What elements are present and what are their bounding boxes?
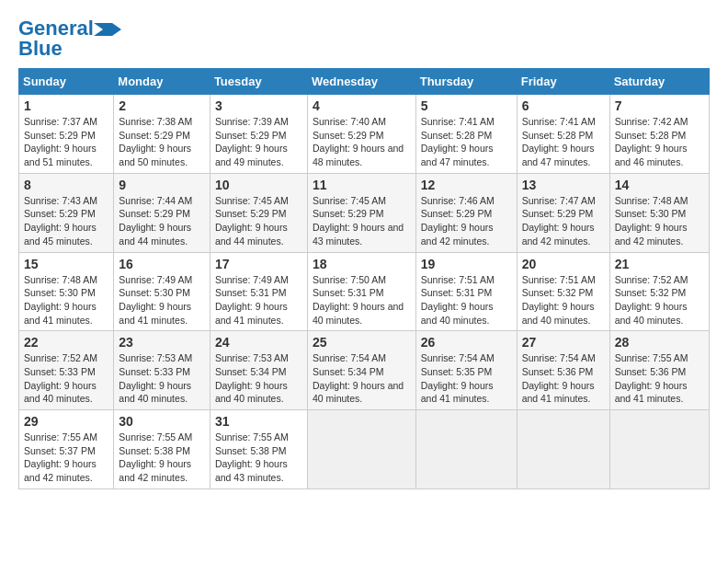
day-number: 30 bbox=[119, 414, 205, 429]
day-number: 16 bbox=[119, 257, 205, 271]
day-number: 6 bbox=[522, 98, 605, 113]
day-number: 13 bbox=[522, 178, 605, 192]
calendar-body: 1 Sunrise: 7:37 AMSunset: 5:29 PMDayligh… bbox=[19, 95, 710, 489]
calendar-day-cell: 12 Sunrise: 7:46 AMSunset: 5:29 PMDaylig… bbox=[415, 173, 517, 252]
calendar-day-cell: 19 Sunrise: 7:51 AMSunset: 5:31 PMDaylig… bbox=[415, 252, 517, 331]
day-number: 17 bbox=[215, 257, 302, 271]
day-info: Sunrise: 7:55 AMSunset: 5:36 PMDaylight:… bbox=[615, 352, 688, 404]
calendar-day-cell: 17 Sunrise: 7:49 AMSunset: 5:31 PMDaylig… bbox=[210, 252, 307, 331]
calendar-day-cell: 15 Sunrise: 7:48 AMSunset: 5:30 PMDaylig… bbox=[19, 252, 114, 331]
day-info: Sunrise: 7:53 AMSunset: 5:33 PMDaylight:… bbox=[119, 352, 192, 404]
weekday-header: Friday bbox=[517, 69, 609, 95]
day-number: 19 bbox=[421, 257, 512, 271]
calendar-week-row: 1 Sunrise: 7:37 AMSunset: 5:29 PMDayligh… bbox=[19, 95, 710, 174]
calendar-day-cell: 2 Sunrise: 7:38 AMSunset: 5:29 PMDayligh… bbox=[114, 95, 210, 174]
day-info: Sunrise: 7:42 AMSunset: 5:28 PMDaylight:… bbox=[615, 116, 688, 167]
calendar-day-cell: 13 Sunrise: 7:47 AMSunset: 5:29 PMDaylig… bbox=[517, 173, 609, 252]
day-info: Sunrise: 7:45 AMSunset: 5:29 PMDaylight:… bbox=[215, 195, 289, 247]
day-info: Sunrise: 7:54 AMSunset: 5:34 PMDaylight:… bbox=[313, 352, 404, 404]
calendar-day-cell: 24 Sunrise: 7:53 AMSunset: 5:34 PMDaylig… bbox=[210, 331, 307, 410]
calendar-table: SundayMondayTuesdayWednesdayThursdayFrid… bbox=[18, 68, 710, 489]
calendar-week-row: 8 Sunrise: 7:43 AMSunset: 5:29 PMDayligh… bbox=[19, 173, 710, 252]
day-info: Sunrise: 7:50 AMSunset: 5:31 PMDaylight:… bbox=[313, 274, 404, 326]
calendar-day-cell: 5 Sunrise: 7:41 AMSunset: 5:28 PMDayligh… bbox=[415, 95, 517, 174]
day-info: Sunrise: 7:52 AMSunset: 5:33 PMDaylight:… bbox=[24, 352, 97, 404]
calendar-day-cell bbox=[307, 410, 415, 489]
calendar-day-cell: 21 Sunrise: 7:52 AMSunset: 5:32 PMDaylig… bbox=[609, 252, 709, 331]
day-info: Sunrise: 7:38 AMSunset: 5:29 PMDaylight:… bbox=[119, 116, 192, 167]
calendar-week-row: 15 Sunrise: 7:48 AMSunset: 5:30 PMDaylig… bbox=[19, 252, 710, 331]
day-info: Sunrise: 7:49 AMSunset: 5:31 PMDaylight:… bbox=[215, 274, 289, 326]
day-info: Sunrise: 7:41 AMSunset: 5:28 PMDaylight:… bbox=[421, 116, 495, 167]
calendar-day-cell: 29 Sunrise: 7:55 AMSunset: 5:37 PMDaylig… bbox=[19, 410, 114, 489]
calendar-day-cell: 9 Sunrise: 7:44 AMSunset: 5:29 PMDayligh… bbox=[114, 173, 210, 252]
calendar-day-cell: 20 Sunrise: 7:51 AMSunset: 5:32 PMDaylig… bbox=[517, 252, 609, 331]
day-number: 3 bbox=[215, 98, 302, 113]
day-info: Sunrise: 7:37 AMSunset: 5:29 PMDaylight:… bbox=[24, 116, 97, 167]
day-number: 14 bbox=[615, 178, 704, 192]
weekday-header: Sunday bbox=[19, 69, 114, 95]
day-info: Sunrise: 7:47 AMSunset: 5:29 PMDaylight:… bbox=[522, 195, 596, 247]
day-info: Sunrise: 7:55 AMSunset: 5:38 PMDaylight:… bbox=[119, 431, 192, 483]
calendar-day-cell: 30 Sunrise: 7:55 AMSunset: 5:38 PMDaylig… bbox=[114, 410, 210, 489]
day-number: 15 bbox=[24, 257, 108, 271]
weekday-header: Saturday bbox=[609, 69, 709, 95]
day-number: 26 bbox=[421, 335, 512, 350]
day-number: 4 bbox=[313, 98, 411, 113]
calendar-day-cell: 18 Sunrise: 7:50 AMSunset: 5:31 PMDaylig… bbox=[307, 252, 415, 331]
day-info: Sunrise: 7:39 AMSunset: 5:29 PMDaylight:… bbox=[215, 116, 289, 167]
calendar-day-cell: 11 Sunrise: 7:45 AMSunset: 5:29 PMDaylig… bbox=[307, 173, 415, 252]
day-info: Sunrise: 7:43 AMSunset: 5:29 PMDaylight:… bbox=[24, 195, 97, 247]
day-info: Sunrise: 7:44 AMSunset: 5:29 PMDaylight:… bbox=[119, 195, 192, 247]
day-number: 9 bbox=[119, 178, 205, 192]
weekday-header: Monday bbox=[114, 69, 210, 95]
calendar-day-cell bbox=[609, 410, 709, 489]
day-number: 27 bbox=[522, 335, 605, 350]
day-number: 8 bbox=[24, 178, 108, 192]
calendar-day-cell bbox=[517, 410, 609, 489]
day-number: 20 bbox=[522, 257, 605, 271]
calendar-header-row: SundayMondayTuesdayWednesdayThursdayFrid… bbox=[19, 69, 710, 95]
calendar-day-cell: 31 Sunrise: 7:55 AMSunset: 5:38 PMDaylig… bbox=[210, 410, 307, 489]
day-info: Sunrise: 7:46 AMSunset: 5:29 PMDaylight:… bbox=[421, 195, 495, 247]
day-info: Sunrise: 7:41 AMSunset: 5:28 PMDaylight:… bbox=[522, 116, 596, 167]
calendar-day-cell: 3 Sunrise: 7:39 AMSunset: 5:29 PMDayligh… bbox=[210, 95, 307, 174]
page-header: General Blue bbox=[18, 18, 710, 59]
day-info: Sunrise: 7:51 AMSunset: 5:31 PMDaylight:… bbox=[421, 274, 495, 326]
calendar-day-cell: 23 Sunrise: 7:53 AMSunset: 5:33 PMDaylig… bbox=[114, 331, 210, 410]
day-number: 22 bbox=[24, 335, 108, 350]
calendar-day-cell: 25 Sunrise: 7:54 AMSunset: 5:34 PMDaylig… bbox=[307, 331, 415, 410]
day-info: Sunrise: 7:55 AMSunset: 5:38 PMDaylight:… bbox=[215, 431, 289, 483]
calendar-day-cell: 1 Sunrise: 7:37 AMSunset: 5:29 PMDayligh… bbox=[19, 95, 114, 174]
day-number: 31 bbox=[215, 414, 302, 429]
day-number: 21 bbox=[615, 257, 704, 271]
day-number: 12 bbox=[421, 178, 512, 192]
day-info: Sunrise: 7:52 AMSunset: 5:32 PMDaylight:… bbox=[615, 274, 688, 326]
svg-marker-0 bbox=[94, 23, 121, 36]
calendar-day-cell bbox=[415, 410, 517, 489]
logo-icon bbox=[94, 23, 121, 36]
weekday-header: Thursday bbox=[415, 69, 517, 95]
day-number: 18 bbox=[313, 257, 411, 271]
calendar-day-cell: 26 Sunrise: 7:54 AMSunset: 5:35 PMDaylig… bbox=[415, 331, 517, 410]
day-info: Sunrise: 7:40 AMSunset: 5:29 PMDaylight:… bbox=[313, 116, 404, 167]
calendar-week-row: 29 Sunrise: 7:55 AMSunset: 5:37 PMDaylig… bbox=[19, 410, 710, 489]
calendar-day-cell: 16 Sunrise: 7:49 AMSunset: 5:30 PMDaylig… bbox=[114, 252, 210, 331]
calendar-day-cell: 14 Sunrise: 7:48 AMSunset: 5:30 PMDaylig… bbox=[609, 173, 709, 252]
day-info: Sunrise: 7:48 AMSunset: 5:30 PMDaylight:… bbox=[24, 274, 97, 326]
calendar-day-cell: 10 Sunrise: 7:45 AMSunset: 5:29 PMDaylig… bbox=[210, 173, 307, 252]
calendar-day-cell: 7 Sunrise: 7:42 AMSunset: 5:28 PMDayligh… bbox=[609, 95, 709, 174]
day-info: Sunrise: 7:55 AMSunset: 5:37 PMDaylight:… bbox=[24, 431, 97, 483]
calendar-day-cell: 6 Sunrise: 7:41 AMSunset: 5:28 PMDayligh… bbox=[517, 95, 609, 174]
calendar-day-cell: 22 Sunrise: 7:52 AMSunset: 5:33 PMDaylig… bbox=[19, 331, 114, 410]
day-number: 25 bbox=[313, 335, 411, 350]
day-number: 28 bbox=[615, 335, 704, 350]
day-number: 2 bbox=[119, 98, 205, 113]
day-number: 29 bbox=[24, 414, 108, 429]
calendar-day-cell: 8 Sunrise: 7:43 AMSunset: 5:29 PMDayligh… bbox=[19, 173, 114, 252]
logo: General Blue bbox=[18, 18, 121, 59]
weekday-header: Wednesday bbox=[307, 69, 415, 95]
weekday-header: Tuesday bbox=[210, 69, 307, 95]
day-number: 5 bbox=[421, 98, 512, 113]
day-info: Sunrise: 7:54 AMSunset: 5:35 PMDaylight:… bbox=[421, 352, 495, 404]
